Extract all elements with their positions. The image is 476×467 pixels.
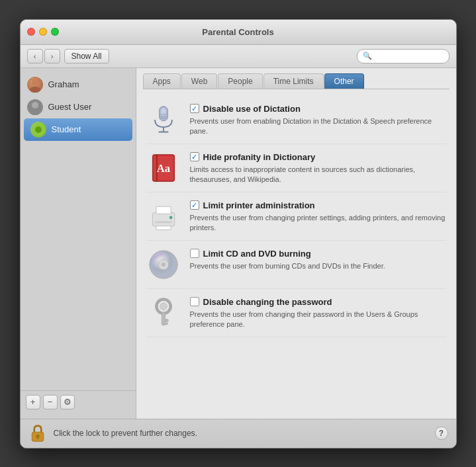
microphone-icon	[146, 103, 181, 137]
setting-dictionary: Aa ✓ Hide profanity in Dictionary Limits…	[146, 144, 446, 192]
search-input[interactable]	[374, 52, 444, 61]
avatar-graham	[27, 77, 43, 93]
dictionary-icon: Aa	[146, 151, 181, 185]
checkbox-printer[interactable]: ✓	[190, 200, 199, 210]
checkbox-dictation[interactable]: ✓	[190, 104, 199, 113]
tabs-bar: Apps Web People Time Limits Other	[136, 68, 456, 89]
lock-icon[interactable]	[28, 424, 47, 443]
titlebar: Parental Controls	[21, 20, 456, 45]
setting-disc-row: Limit CD and DVD burning	[190, 249, 446, 259]
setting-password-text: Disable changing the password Prevents t…	[190, 296, 446, 330]
maximize-button[interactable]	[51, 28, 59, 36]
user-label-graham: Graham	[48, 79, 79, 89]
search-icon: 🔍	[363, 52, 372, 60]
forward-button[interactable]: ›	[44, 49, 60, 64]
setting-printer-desc: Prevents the user from changing printer …	[190, 213, 446, 234]
svg-point-26	[160, 302, 167, 310]
traffic-lights	[27, 28, 59, 36]
setting-disc: Limit CD and DVD burning Prevents the us…	[146, 241, 446, 289]
tab-time-limits[interactable]: Time Limits	[263, 73, 324, 89]
svg-point-2	[32, 102, 38, 108]
sidebar-bottom: + − ⚙	[21, 390, 136, 413]
svg-rect-32	[36, 436, 38, 439]
svg-rect-7	[161, 108, 166, 116]
sidebar-item-student[interactable]: Student	[24, 118, 132, 141]
add-user-button[interactable]: +	[26, 395, 40, 409]
sidebar-item-guest[interactable]: Guest User	[21, 96, 136, 118]
setting-disc-text: Limit CD and DVD burning Prevents the us…	[190, 247, 446, 271]
remove-user-button[interactable]: −	[43, 395, 58, 409]
printer-icon	[146, 199, 181, 234]
setting-password-desc: Prevents the user from changing their pa…	[190, 310, 446, 330]
toolbar: ‹ › Show All 🔍	[21, 45, 456, 68]
key-icon	[146, 296, 181, 330]
checkbox-dictionary[interactable]: ✓	[190, 152, 199, 161]
svg-rect-21	[155, 221, 172, 223]
sidebar: Graham Guest User Studen	[21, 68, 136, 419]
svg-rect-19	[156, 206, 170, 214]
setting-printer-text: ✓ Limit printer administration Prevents …	[190, 199, 446, 234]
setting-printer-row: ✓ Limit printer administration	[190, 200, 446, 210]
settings-button[interactable]: ⚙	[60, 395, 75, 409]
tab-web[interactable]: Web	[181, 73, 217, 89]
settings-list: ✓ Disable use of Dictation Prevents user…	[136, 89, 456, 419]
checkbox-disc[interactable]	[190, 249, 199, 258]
setting-disc-title: Limit CD and DVD burning	[203, 249, 311, 259]
avatar-student	[30, 122, 46, 138]
setting-printer-title: Limit printer administration	[203, 200, 315, 210]
setting-dictation-text: ✓ Disable use of Dictation Prevents user…	[190, 103, 446, 137]
setting-password-row: Disable changing the password	[190, 297, 446, 307]
setting-printer: ✓ Limit printer administration Prevents …	[146, 192, 446, 241]
content-area: Graham Guest User Studen	[21, 68, 456, 419]
setting-dictation-row: ✓ Disable use of Dictation	[190, 104, 446, 114]
svg-rect-18	[152, 212, 174, 226]
sidebar-item-graham[interactable]: Graham	[21, 73, 136, 96]
svg-point-3	[30, 109, 40, 115]
close-button[interactable]	[27, 28, 35, 36]
window-title: Parental Controls	[202, 27, 273, 37]
minimize-button[interactable]	[39, 28, 47, 36]
svg-text:Aa: Aa	[156, 161, 170, 174]
setting-dictionary-title: Hide profanity in Dictionary	[203, 152, 316, 162]
tab-people[interactable]: People	[218, 73, 262, 89]
help-button[interactable]: ?	[435, 427, 448, 440]
setting-dictionary-row: ✓ Hide profanity in Dictionary	[190, 152, 446, 162]
svg-rect-27	[162, 312, 165, 325]
tab-other[interactable]: Other	[324, 73, 364, 89]
search-box: 🔍	[357, 49, 450, 64]
status-bar: Click the lock to prevent further change…	[21, 419, 456, 448]
svg-point-24	[162, 263, 166, 267]
nav-buttons: ‹ ›	[27, 49, 60, 64]
tab-apps[interactable]: Apps	[143, 73, 181, 89]
setting-dictation-desc: Prevents user from enabling Dictation in…	[190, 116, 446, 137]
back-button[interactable]: ‹	[27, 49, 43, 64]
svg-rect-28	[165, 319, 167, 321]
svg-point-1	[30, 87, 40, 93]
setting-password: Disable changing the password Prevents t…	[146, 289, 446, 337]
status-text: Click the lock to prevent further change…	[54, 429, 428, 438]
user-label-student: Student	[52, 124, 81, 134]
show-all-button[interactable]: Show All	[64, 49, 109, 64]
disc-icon	[146, 247, 181, 282]
setting-disc-desc: Prevents the user from burning CDs and D…	[190, 261, 446, 271]
svg-point-0	[32, 79, 38, 86]
avatar-guest	[27, 99, 43, 115]
setting-password-title: Disable changing the password	[203, 297, 332, 307]
svg-point-5	[35, 126, 42, 133]
user-label-guest: Guest User	[48, 102, 92, 112]
setting-dictation: ✓ Disable use of Dictation Prevents user…	[146, 96, 446, 144]
setting-dictionary-text: ✓ Hide profanity in Dictionary Limits ac…	[190, 151, 446, 185]
main-panel: Apps Web People Time Limits Other	[136, 68, 456, 419]
checkbox-password[interactable]	[190, 297, 199, 306]
setting-dictionary-desc: Limits access to inappropriate content i…	[190, 165, 446, 185]
window: Parental Controls ‹ › Show All 🔍	[20, 19, 457, 448]
svg-rect-29	[165, 323, 167, 325]
setting-dictation-title: Disable use of Dictation	[203, 104, 301, 114]
svg-point-20	[169, 216, 172, 219]
